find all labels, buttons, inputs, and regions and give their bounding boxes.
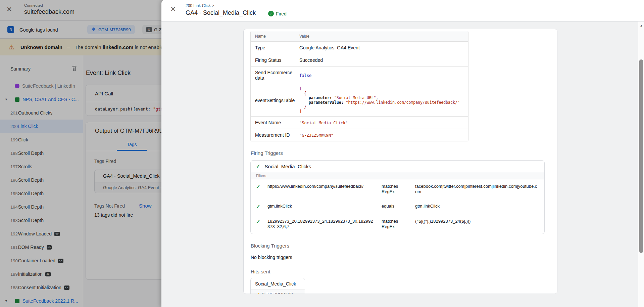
table-row: Firing StatusSucceeded	[251, 54, 468, 67]
row-value: false	[299, 69, 468, 81]
row-name: Firing Status	[251, 54, 299, 66]
firing-trigger-card: ✓ Social_Media_Clicks Filters ✓https://w…	[250, 160, 545, 234]
filter-operator: equals	[382, 204, 415, 210]
filter-operator: matches RegEx	[382, 219, 415, 229]
hits-sent-heading: Hits sent	[251, 269, 557, 274]
dialog-breadcrumb[interactable]: 200 Link Click >	[186, 3, 214, 8]
dialog-scrollbar[interactable]: ▲	[638, 21, 644, 307]
dialog-title: GA4 - Social_Media_Click	[186, 9, 256, 16]
code-value: false	[299, 73, 311, 78]
table-row: Event Name"Social_Media_Click"	[251, 117, 468, 129]
hit-destination-row: G-ZJEZSMWK9N	[251, 290, 305, 294]
fired-status-label: Fired	[276, 11, 287, 16]
hit-sent-card[interactable]: Social_Media_Click G-ZJEZSMWK9N	[250, 278, 305, 294]
row-value: "G-ZJEZSMWK9N"	[299, 129, 468, 141]
row-value: Google Analytics: GA4 Event	[299, 42, 468, 54]
table-row: TypeGoogle Analytics: GA4 Event	[251, 42, 468, 54]
filter-value: (^$|((^|,)182992373_24($|,)))	[415, 219, 544, 229]
tag-detail-dialog: × 200 Link Click > GA4 - Social_Media_Cl…	[161, 0, 644, 307]
code-block: [ { parameter: "Social_Media_URL", param…	[299, 87, 468, 114]
trigger-name-row: ✓ Social_Media_Clicks	[251, 161, 544, 172]
tag-detail-card: Name Value TypeGoogle Analytics: GA4 Eve…	[243, 29, 557, 294]
firing-triggers-heading: Firing Triggers	[251, 150, 557, 156]
fired-check-icon: ✓	[268, 11, 274, 16]
check-icon: ✓	[251, 184, 267, 194]
column-header-name: Name	[251, 34, 299, 39]
table-row: eventSettingsTable[ { parameter: "Social…	[251, 84, 468, 117]
row-name: eventSettingsTable	[251, 94, 299, 106]
filter-name: gtm.linkClick	[267, 204, 382, 210]
row-name: Event Name	[251, 117, 299, 129]
filter-name: https://www.linkedin.com/company/suitefe…	[267, 184, 382, 194]
hit-measurement-id: G-ZJEZSMWK9N	[261, 292, 295, 294]
tag-detail-table: Name Value TypeGoogle Analytics: GA4 Eve…	[250, 31, 468, 141]
row-value: Succeeded	[299, 54, 468, 66]
filter-value: facebook.com|twitter.com|pinterest.com|l…	[415, 184, 544, 194]
tag-detail-table-body: TypeGoogle Analytics: GA4 EventFiring St…	[251, 42, 468, 141]
no-blocking-triggers-text: No blocking triggers	[251, 255, 557, 260]
filter-value: gtm.linkClick	[415, 204, 544, 210]
row-value: "Social_Media_Click"	[299, 117, 468, 129]
gtm-preview-screen: × Connected suitefeedback.com 3 Google t…	[0, 0, 644, 307]
check-icon: ✓	[251, 204, 267, 210]
column-header-value: Value	[299, 34, 309, 39]
filter-row: ✓182992373_20,182992373_24,182992373_30,…	[251, 214, 544, 234]
scrollbar-thumb[interactable]	[639, 59, 643, 253]
code-value: "G-ZJEZSMWK9N"	[299, 133, 333, 138]
trigger-name: Social_Media_Clicks	[265, 164, 311, 169]
table-row: Measurement ID"G-ZJEZSMWK9N"	[251, 129, 468, 141]
dialog-header: × 200 Link Click > GA4 - Social_Media_Cl…	[161, 0, 644, 21]
code-value: "Social_Media_Click"	[299, 121, 348, 125]
filter-row: ✓https://www.linkedin.com/company/suitef…	[251, 179, 544, 199]
scroll-up-arrow-icon[interactable]: ▲	[638, 24, 644, 27]
filter-name: 182992373_20,182992373_24,182992373_30,1…	[267, 219, 382, 229]
hit-event-name: Social_Media_Click	[251, 278, 305, 290]
analytics-bars-icon	[255, 293, 259, 294]
row-name: Measurement ID	[251, 129, 299, 141]
check-icon: ✓	[251, 219, 267, 229]
table-header-row: Name Value	[251, 31, 468, 42]
table-row: Send Ecommerce datafalse	[251, 67, 468, 84]
row-value: [ { parameter: "Social_Media_URL", param…	[299, 84, 468, 116]
filter-row: ✓gtm.linkClickequalsgtm.linkClick	[251, 199, 544, 214]
row-name: Type	[251, 42, 299, 54]
filters-header: Filters	[251, 172, 544, 179]
filters-body: ✓https://www.linkedin.com/company/suitef…	[251, 179, 544, 234]
row-name: Send Ecommerce data	[251, 67, 299, 84]
blocking-triggers-heading: Blocking Triggers	[251, 243, 557, 249]
filter-operator: matches RegEx	[382, 184, 415, 194]
dialog-close-icon[interactable]: ×	[170, 5, 176, 14]
check-icon: ✓	[256, 163, 260, 169]
fired-status-badge: ✓ Fired	[268, 11, 287, 16]
